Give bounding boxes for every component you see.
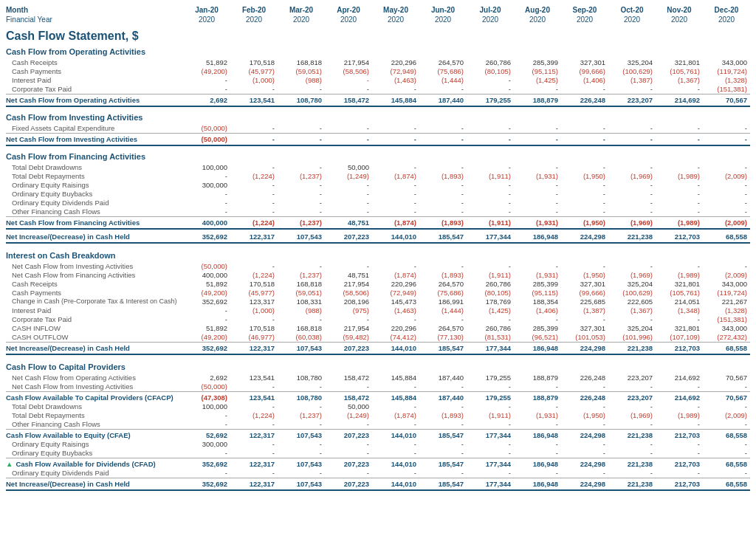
cfacp-row: Cash Flow Available To Capital Providers… (6, 391, 750, 402)
month-apr: Apr-20 (325, 6, 372, 14)
fy-label: Financial Year (6, 16, 183, 24)
month-aug: Aug-20 (514, 6, 561, 14)
net-investing-row: Net Cash Flow from Investing Activities … (6, 133, 750, 146)
interest-paid-row: Interest Paid - (1,000) (988) - (1,463) … (6, 76, 750, 84)
month-jan: Jan-20 (183, 6, 230, 14)
cp-investing-row: Net Cash Flow from Investing Activities … (6, 382, 750, 391)
net-investing-label: Net Cash Flow from Investing Activities (6, 135, 183, 143)
cp-debt-repayments-row: Total Debt Repayments -(1,224)(1,237)(1,… (6, 411, 750, 419)
cash-payments-label: Cash Payments (6, 67, 183, 75)
net-operating-label: Net Cash Flow from Operating Activities (6, 96, 183, 104)
ib-investing-row: Net Cash Flow from Investing Activities … (6, 262, 750, 270)
cp-other-financing-row: Other Financing Cash Flows ------------ (6, 420, 750, 428)
ib-interest-row: Interest Paid -(1,000)(988)(975)(1,463)(… (6, 306, 750, 314)
cp-dividends-paid-row: Ordinary Equity Dividends Paid ---------… (6, 469, 750, 477)
debt-drawdowns-row: Total Debt Drawdowns 100,000 - - 50,000 … (6, 163, 750, 171)
investing-title: Cash Flow from Investing Activities (6, 113, 750, 122)
cp-equity-buybacks-row: Ordinary Equity Buybacks ------------ (6, 449, 750, 457)
fixed-assets-label: Fixed Assets Capital Expenditure (6, 124, 183, 132)
net-financing-label: Net Cash Flow from Financing Activities (6, 219, 183, 227)
financing-title: Cash Flow from Financing Activities (6, 152, 750, 161)
ib-cash-inflow-row: CASH INFLOW 51,892170,518168,818217,9542… (6, 324, 750, 332)
other-financing-label: Other Financing Cash Flows (6, 207, 183, 216)
debt-repayments-row: Total Debt Repayments - (1,224) (1,237) … (6, 172, 750, 180)
month-header-row: Month Jan-20 Feb-20 Mar-20 Apr-20 May-20… (6, 6, 750, 14)
ib-payments-row: Cash Payments (49,200)(45,977)(59,051)(5… (6, 289, 750, 297)
cfae-row: Cash Flow Available to Equity (CFAE) 52,… (6, 429, 750, 439)
equity-raisings-row: Ordinary Equity Raisings 300,000 - - - -… (6, 181, 750, 189)
corp-tax-label: Corporate Tax Paid (6, 85, 183, 93)
cash-receipts-label: Cash Receipts (6, 58, 183, 66)
cp-debt-drawdowns-row: Total Debt Drawdowns 100,000--50,000----… (6, 402, 750, 410)
cp-operating-row: Net Cash Flow from Operating Activities … (6, 374, 750, 382)
equity-buybacks-label: Ordinary Equity Buybacks (6, 190, 183, 198)
main-title: Cash Flow Statement, $ (6, 30, 750, 43)
cp-net-increase-row: Net Increase/(Decrease) in Cash Held 352… (6, 478, 750, 491)
equity-buybacks-row: Ordinary Equity Buybacks ------------ (6, 190, 750, 198)
ib-change-cash-row: Change in Cash (Pre-Corporate Tax & Inte… (6, 298, 750, 306)
month-mar: Mar-20 (278, 6, 325, 14)
debt-drawdowns-label: Total Debt Drawdowns (6, 163, 183, 171)
cash-payments-row: Cash Payments (49,200) (45,977) (59,051)… (6, 67, 750, 75)
month-dec: Dec-20 (703, 6, 750, 14)
net-increase-row: Net Increase/(Decrease) in Cash Held 352… (6, 233, 750, 244)
month-may: May-20 (372, 6, 419, 14)
equity-dividends-label: Ordinary Equity Dividends Paid (6, 199, 183, 207)
month-label: Month (6, 6, 183, 14)
ib-cash-outflow-row: CASH OUTFLOW (49,200)(46,977)(60,038)(59… (6, 333, 750, 341)
month-oct: Oct-20 (608, 6, 656, 14)
interest-breakdown-title: Interest on Cash Breakdown (6, 251, 750, 260)
cfad-row: ▲Cash Flow Available for Dividends (CFAD… (6, 458, 750, 468)
month-sep: Sep-20 (561, 6, 608, 14)
cfad-arrow-icon: ▲ (6, 460, 13, 468)
month-nov: Nov-20 (656, 6, 703, 14)
cp-equity-raisings-row: Ordinary Equity Raisings 300,000--------… (6, 440, 750, 448)
interest-paid-label: Interest Paid (6, 76, 183, 84)
month-jun: Jun-20 (419, 6, 467, 14)
ib-corp-tax-row: Corporate Tax Paid -----------(151,381) (6, 315, 750, 323)
main-container: Month Jan-20 Feb-20 Mar-20 Apr-20 May-20… (0, 0, 756, 498)
month-jul: Jul-20 (467, 6, 514, 14)
net-increase-label: Net Increase/(Decrease) in Cash Held (6, 233, 183, 241)
month-feb: Feb-20 (230, 6, 278, 14)
capital-providers-title: Cash Flow to Capital Providers (6, 362, 750, 371)
fy-header-row: Financial Year 2020 2020 2020 2020 2020 … (6, 16, 750, 24)
net-financing-row: Net Cash Flow from Financing Activities … (6, 216, 750, 230)
debt-repayments-label: Total Debt Repayments (6, 172, 183, 180)
corp-tax-row: Corporate Tax Paid - - - - - - - - - - -… (6, 85, 750, 93)
ib-net-increase-row: Net Increase/(Decrease) in Cash Held 352… (6, 342, 750, 355)
net-operating-row: Net Cash Flow from Operating Activities … (6, 94, 750, 107)
operating-title: Cash Flow from Operating Activities (6, 47, 750, 56)
fixed-assets-row: Fixed Assets Capital Expenditure (50,000… (6, 124, 750, 132)
equity-raisings-label: Ordinary Equity Raisings (6, 181, 183, 189)
other-financing-row: Other Financing Cash Flows ------------ (6, 207, 750, 216)
cash-receipts-row: Cash Receipts 51,892 170,518 168,818 217… (6, 58, 750, 66)
ib-receipts-row: Cash Receipts 51,892170,518168,818217,95… (6, 280, 750, 288)
equity-dividends-row: Ordinary Equity Dividends Paid ---------… (6, 199, 750, 207)
ib-financing-row: Net Cash Flow from Financing Activities … (6, 271, 750, 279)
